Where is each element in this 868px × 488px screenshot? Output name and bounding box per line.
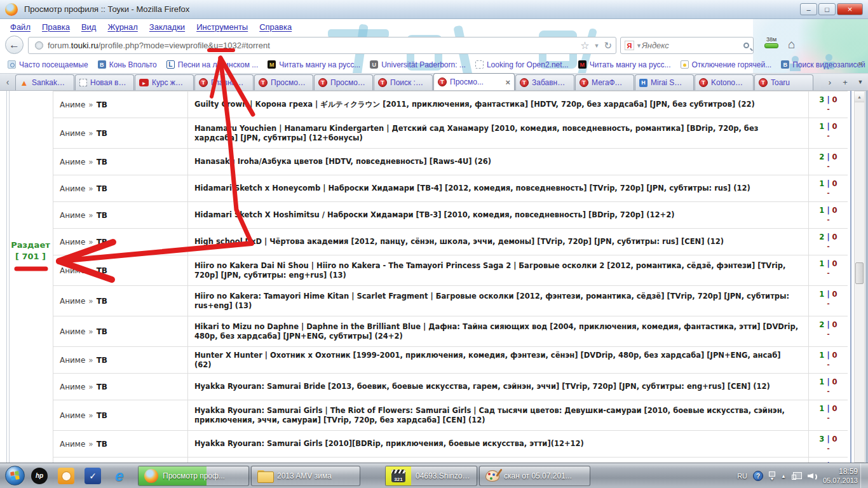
checkmark-app-taskbar-icon[interactable]: ✓ (85, 468, 101, 484)
category-link[interactable]: Аниме (60, 100, 85, 109)
taskbar-button-media-player[interactable]: 321 04693.Shinzo-Clo... (385, 466, 477, 486)
show-hidden-icons-arrow[interactable]: ▲ (781, 473, 786, 479)
bookmark-item[interactable]: B Поиск видеозаписей ... (777, 59, 868, 71)
tab[interactable]: ▶ Курс жесто... (135, 74, 194, 90)
subcategory-link[interactable]: ТВ (97, 238, 107, 247)
tab[interactable]: T Kotonoha n... (695, 74, 754, 90)
category-link[interactable]: Аниме (60, 383, 85, 391)
menu-item[interactable]: Справка (254, 21, 297, 33)
show-desktop-button[interactable] (860, 463, 868, 488)
category-link[interactable]: Аниме (60, 129, 85, 138)
list-all-tabs-button[interactable]: ▼ (854, 75, 867, 89)
torrent-title-link[interactable]: Hyakka Ryouran: Samurai Girls | The Riot… (194, 406, 799, 425)
subcategory-link[interactable]: ТВ (97, 100, 107, 109)
tab[interactable]: T Просмо... × (433, 73, 515, 90)
taskbar-button-paint[interactable]: скан от 05.07.201... (479, 466, 590, 486)
tab[interactable]: ▲ Sankaku Co... (15, 74, 74, 90)
tab[interactable]: T Забавные [... (515, 74, 574, 90)
category-link[interactable]: Аниме (60, 158, 85, 166)
torrent-title-link[interactable]: Hyakka Ryouran: Samurai Girls [2010][BDR… (194, 439, 584, 449)
menu-item[interactable]: Инструменты (191, 21, 253, 33)
addon-timer-badge[interactable]: 38м (761, 36, 782, 48)
subcategory-link[interactable]: ТВ (97, 297, 107, 306)
minimize-button[interactable]: – (800, 3, 817, 15)
menu-item[interactable]: Файл (5, 21, 36, 33)
window-restore-tray-icon[interactable]: ▼ (769, 471, 775, 481)
yandex-icon[interactable]: Я (625, 41, 634, 50)
internet-explorer-icon[interactable]: e (111, 468, 128, 484)
tab[interactable]: H Mirai Suena... (635, 74, 694, 90)
reload-icon[interactable]: ↻ (604, 40, 612, 51)
taskbar-button-folder[interactable]: 2013 AMV зима (251, 466, 360, 486)
scroll-tabs-left-button[interactable]: ‹ (0, 74, 15, 90)
subcategory-link[interactable]: ТВ (97, 383, 107, 391)
start-button[interactable] (5, 466, 25, 485)
search-icon[interactable] (743, 43, 749, 48)
category-link[interactable]: Аниме (60, 297, 85, 306)
speaker-icon[interactable] (808, 471, 817, 480)
hp-taskbar-icon[interactable]: hp (31, 468, 48, 484)
subcategory-link[interactable]: ТВ (97, 266, 107, 275)
bookmarks-overflow-chevron[interactable]: » (858, 58, 863, 68)
bookmark-item[interactable]: M Читать мангу на русс... (264, 59, 364, 71)
search-input[interactable] (642, 41, 743, 50)
tab[interactable]: T Главная :: Т... (194, 74, 254, 90)
subcategory-link[interactable]: ТВ (97, 327, 107, 336)
torrent-title-link[interactable]: Hunter X Hunter | Охотник x Охотник [199… (194, 351, 799, 370)
tab[interactable]: T Просмотр ... (254, 74, 313, 90)
subcategory-link[interactable]: ТВ (97, 158, 107, 166)
torrent-title-link[interactable]: High school DxD | Чёртова академия [2012… (194, 237, 724, 247)
taskbar-button-firefox[interactable]: Просмотр проф... (138, 466, 249, 486)
bookmark-item[interactable]: M Читать мангу на русс... (574, 59, 675, 71)
torrent-title-link[interactable]: Hidamari Sketch X Hoshimitsu / Наброски … (194, 210, 674, 220)
category-link[interactable]: Аниме (60, 440, 85, 449)
url-input[interactable]: forum.touki.ru/profile.php?mode=viewprof… (28, 37, 616, 54)
mail-clock-taskbar-icon[interactable] (58, 468, 74, 484)
back-button[interactable]: ← (5, 36, 24, 54)
new-tab-button[interactable]: + (839, 75, 851, 89)
category-link[interactable]: Аниме (60, 411, 85, 420)
category-link[interactable]: Аниме (60, 211, 85, 220)
url-dropdown-icon[interactable]: ▼ (594, 43, 600, 49)
category-link[interactable]: Аниме (60, 238, 85, 247)
tab[interactable]: T Поиск :: То... (374, 74, 433, 90)
torrent-title-link[interactable]: Hanamaru Youchien | Hanamaru Kindergarte… (194, 124, 799, 143)
home-icon[interactable]: ⌂ (788, 37, 795, 51)
clock[interactable]: 18:59 05.07.2013 (823, 467, 858, 485)
help-tray-icon[interactable]: ? (753, 471, 763, 481)
tab-close-icon[interactable]: × (505, 78, 510, 87)
menu-item[interactable]: Закладки (144, 21, 190, 33)
subcategory-link[interactable]: ТВ (97, 211, 107, 220)
scroll-tabs-right-button[interactable]: › (824, 75, 836, 89)
torrent-title-link[interactable]: Hidamari Sketch x Honeycomb | Наброски Х… (194, 184, 750, 193)
category-link[interactable]: Аниме (60, 327, 85, 336)
bookmark-item[interactable]: B Конь Впольто (94, 59, 161, 71)
subcategory-link[interactable]: ТВ (97, 440, 107, 449)
torrent-title-link[interactable]: Guilty Crown | Корона греха | ギルティクラウン [… (194, 100, 755, 109)
bookmark-star-icon[interactable]: ☆ (580, 39, 589, 51)
menu-item[interactable]: Правка (37, 21, 75, 33)
bookmark-item[interactable]: Отключение горячей... (677, 59, 776, 71)
scrollbar-thumb[interactable] (855, 262, 864, 284)
bookmark-item[interactable]: Looking for Open2.net... (471, 59, 573, 71)
subcategory-link[interactable]: ТВ (97, 411, 107, 420)
tab[interactable]: T МегаФлуд :... (575, 74, 634, 90)
close-button[interactable]: × (837, 3, 863, 15)
torrent-title-link[interactable]: Hikari to Mizu no Daphne | Daphne in the… (194, 322, 799, 341)
search-engine-dropdown-icon[interactable]: ▼ (636, 43, 642, 49)
language-indicator[interactable]: RU (737, 472, 747, 480)
subcategory-link[interactable]: ТВ (97, 129, 107, 138)
network-icon[interactable] (792, 472, 802, 480)
category-link[interactable]: Аниме (60, 266, 85, 275)
torrent-title-link[interactable]: Hanasaku Iroha/Азбука цветов [HDTV, повс… (194, 157, 491, 166)
maximize-button[interactable]: □ (818, 3, 836, 15)
site-identity-globe-icon[interactable] (35, 41, 43, 50)
category-link[interactable]: Аниме (60, 356, 85, 365)
torrent-title-link[interactable]: Hiiro no Kakera Dai Ni Shou | Hiiro no K… (194, 261, 799, 280)
search-box[interactable]: Я ▼ (620, 37, 754, 54)
menu-item[interactable]: Вид (76, 21, 102, 33)
subcategory-link[interactable]: ТВ (97, 184, 107, 193)
bookmark-item[interactable]: L Песни на латинском ... (163, 59, 262, 71)
torrent-title-link[interactable]: Hiiro no Kakera: Tamayori Hime Kitan | S… (194, 292, 799, 311)
subcategory-link[interactable]: ТВ (97, 356, 107, 365)
